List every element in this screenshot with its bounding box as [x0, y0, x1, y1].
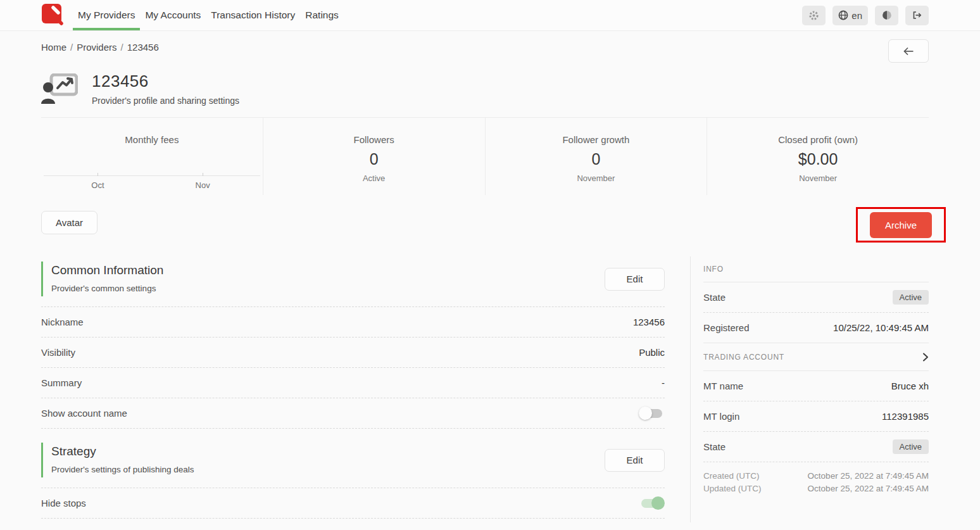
status-badge: Active [893, 290, 929, 305]
breadcrumb-separator: / [70, 42, 73, 53]
edit-strategy-button[interactable]: Edit [605, 449, 665, 472]
trading-account-header[interactable]: TRADING ACCOUNT [703, 343, 929, 371]
common-information-subtitle: Provider's common settings [51, 284, 163, 293]
theme-toggle-button[interactable] [875, 6, 898, 25]
edit-common-information-button[interactable]: Edit [605, 268, 665, 291]
strategy-title: Strategy [51, 445, 194, 458]
topbar-actions: en [802, 6, 929, 25]
chevron-right-icon [922, 353, 929, 362]
stat-value: $0.00 [798, 150, 838, 168]
nav-my-providers[interactable]: My Providers [73, 0, 140, 30]
show-account-name-toggle[interactable] [639, 407, 665, 420]
toggle-knob [651, 496, 665, 510]
common-information-rows: Nickname 123456 Visibility Public Summar… [41, 306, 665, 429]
common-information-section-header: Common Information Provider's common set… [41, 256, 665, 306]
stat-title: Followers [354, 134, 394, 145]
monthly-fees-chart-axis: Oct Nov [44, 175, 260, 176]
info-row-mt-login: MT login 112391985 [703, 401, 929, 432]
strategy-rows: Hide stops [41, 488, 665, 519]
breadcrumb-home[interactable]: Home [41, 42, 66, 53]
breadcrumb-providers[interactable]: Providers [77, 42, 116, 53]
info-sidebar: INFO State Active Registered 10/25/22, 1… [690, 256, 929, 522]
info-label: MT name [703, 381, 743, 391]
row-visibility: Visibility Public [41, 338, 665, 368]
info-row-state: State Active [703, 282, 929, 313]
row-nickname: Nickname 123456 [41, 307, 665, 338]
trading-account-title: TRADING ACCOUNT [703, 353, 784, 362]
strategy-section-header: Strategy Provider's settings of publishi… [41, 438, 665, 488]
page-title: 123456 [92, 72, 239, 91]
settings-button[interactable] [802, 6, 826, 25]
info-row-mt-name: MT name Bruce xh [703, 371, 929, 401]
back-button[interactable] [888, 39, 929, 63]
annotation-highlight-rectangle: Archive [856, 207, 946, 243]
stat-caption: November [799, 174, 837, 183]
section-title-block: Common Information Provider's common set… [41, 262, 163, 296]
row-label: Summary [41, 377, 82, 388]
stat-title: Closed profit (own) [778, 134, 858, 145]
row-label: Visibility [41, 347, 75, 358]
stat-caption: Active [363, 174, 385, 183]
section-title-block: Strategy Provider's settings of publishi… [41, 443, 194, 477]
row-show-account-name: Show account name [41, 398, 665, 429]
meta-label: Created (UTC) [703, 470, 760, 483]
meta-value: October 25, 2022 at 7:49:45 AM [808, 483, 929, 495]
page-title-block: 123456 Provider's profile and sharing se… [92, 72, 239, 106]
row-summary: Summary - [41, 368, 665, 398]
info-row-registered: Registered 10/25/22, 10:49:45 AM [703, 313, 929, 343]
updated-row: Updated (UTC) October 25, 2022 at 7:49:4… [703, 483, 929, 495]
breadcrumb-current: 123456 [127, 42, 159, 53]
globe-icon [838, 10, 848, 20]
status-badge: Active [893, 439, 929, 454]
arrow-left-icon [903, 47, 914, 56]
axis-tick-oct: Oct [91, 180, 104, 190]
top-navbar: My Providers My Accounts Transaction His… [0, 0, 980, 31]
nav-my-accounts[interactable]: My Accounts [140, 0, 206, 30]
row-value: - [662, 377, 665, 388]
page-subtitle: Provider's profile and sharing settings [92, 96, 239, 106]
contrast-icon [882, 10, 892, 20]
stats-row: Monthly fees Oct Nov Followers 0 Active … [41, 117, 929, 195]
info-value: Bruce xh [891, 381, 929, 391]
meta-label: Updated (UTC) [703, 483, 762, 495]
row-value: 123456 [633, 317, 665, 327]
language-code: en [851, 10, 862, 21]
nav-ratings[interactable]: Ratings [300, 0, 344, 30]
axis-tick-nov: Nov [196, 180, 210, 190]
stat-caption: November [577, 174, 615, 183]
info-label: State [703, 292, 726, 303]
brand-logo-icon[interactable] [41, 3, 65, 27]
info-label: MT login [703, 411, 739, 422]
row-hide-stops: Hide stops [41, 488, 665, 519]
row-label: Show account name [41, 408, 127, 419]
row-value: Public [639, 347, 665, 358]
strategy-subtitle: Provider's settings of publishing deals [51, 465, 194, 474]
nav-transaction-history[interactable]: Transaction History [206, 0, 300, 30]
info-row-account-state: State Active [703, 432, 929, 462]
info-value: 112391985 [882, 411, 929, 422]
info-label: Registered [703, 322, 750, 333]
logout-icon [912, 10, 922, 20]
toggle-knob [639, 407, 652, 420]
hide-stops-toggle[interactable] [639, 496, 665, 510]
gear-icon [808, 10, 819, 21]
stat-value: 0 [370, 150, 379, 168]
info-value: 10/25/22, 10:49:45 AM [833, 322, 929, 333]
stat-followers: Followers 0 Active [263, 118, 485, 195]
archive-button[interactable]: Archive [870, 212, 932, 238]
breadcrumb-separator: / [121, 42, 123, 53]
stat-monthly-fees: Monthly fees Oct Nov [41, 118, 263, 195]
stat-closed-profit: Closed profit (own) $0.00 November [707, 118, 929, 195]
stat-value: 0 [591, 150, 600, 168]
language-button[interactable]: en [832, 6, 868, 25]
row-label: Hide stops [41, 498, 86, 508]
stat-title: Follower growth [562, 134, 629, 145]
avatar-button[interactable]: Avatar [41, 211, 97, 234]
common-information-title: Common Information [51, 263, 163, 277]
provider-profile-icon [41, 73, 78, 104]
timestamps-block: Created (UTC) October 25, 2022 at 7:49:4… [703, 462, 929, 495]
logout-button[interactable] [905, 6, 929, 25]
main-nav: My Providers My Accounts Transaction His… [73, 0, 344, 30]
breadcrumb: Home/Providers/123456 [41, 39, 159, 53]
meta-value: October 25, 2022 at 7:49:45 AM [808, 470, 929, 483]
